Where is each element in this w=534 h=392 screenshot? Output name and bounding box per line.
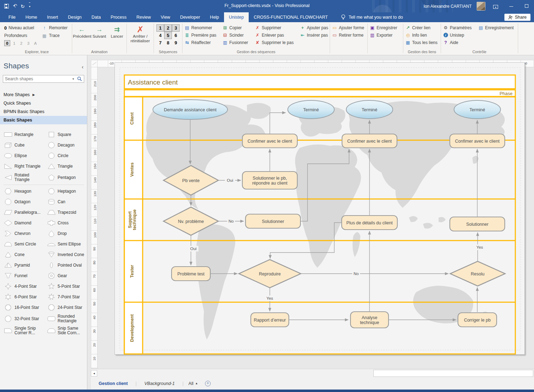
undo-icon[interactable]: ↶⌄ [13, 2, 16, 10]
shape-item-24-point-star[interactable]: 24-Point Star [44, 302, 87, 313]
lane-label-support[interactable]: Support [128, 211, 132, 228]
node-corriger-pb[interactable]: Corriger le pb [458, 313, 497, 327]
shape-item-diamond[interactable]: Diamond [1, 218, 44, 228]
page-tab-vbackground-1[interactable]: VBackground-1 [142, 381, 178, 386]
stencil-bpmn-basic-shapes[interactable]: BPMN Basic Shapes [0, 107, 87, 116]
shape-item-rotated-triangle[interactable]: Rotated Triangle [1, 172, 44, 183]
param-tres-button[interactable]: ⚙Paramètres [441, 24, 477, 31]
shape-item-drop[interactable]: Drop [44, 228, 87, 239]
search-dropdown-icon[interactable]: ▼ [70, 77, 77, 81]
node-confimer-2[interactable]: Confimer avec le client [342, 134, 397, 148]
shape-item-pointed-oval[interactable]: Pointed Oval [44, 260, 87, 270]
user-name[interactable]: Ion Alexandre CARTIANT [423, 4, 472, 9]
depth-1-button[interactable]: 1 [11, 40, 17, 46]
supprimer-button[interactable]: ✗Supprimer [253, 24, 298, 31]
node-confimer-1[interactable]: Confimer avec le client [242, 134, 297, 148]
sequence-7-button[interactable]: 7 [156, 39, 164, 46]
sequence-4-button[interactable]: 4 [156, 32, 164, 39]
undo-dropdown-icon[interactable]: ⌄ [14, 5, 17, 8]
shape-item-rectangle[interactable]: Rectangle [1, 129, 44, 140]
stencil-basic-shapes[interactable]: Basic Shapes [0, 116, 87, 124]
node-probleme-test[interactable]: Problème test [172, 267, 210, 281]
collapse-panel-icon[interactable]: ‹ [82, 64, 83, 70]
tab-process[interactable]: Process [106, 12, 131, 22]
shape-item-rounded-rectangle[interactable]: Rounded Rectangle [44, 313, 87, 325]
tab-contextual-cross-functional-flowchart[interactable]: CROSS-FUNCTIONAL FLOWCHART [249, 12, 333, 22]
trace-button[interactable]: ▦Trace [42, 32, 68, 39]
search-input[interactable] [3, 76, 70, 81]
cr-er-lien-button[interactable]: ↗Créer lien [404, 24, 440, 31]
copier-button[interactable]: ⊞Copier [221, 24, 253, 31]
tab-file[interactable]: File [4, 12, 20, 22]
shape-item-can[interactable]: Can [44, 197, 87, 207]
all-pages-tab[interactable]: All▲ [188, 381, 198, 386]
node-rapport-erreur[interactable]: Rapport d’erreur [251, 313, 289, 327]
sequence-6-button[interactable]: 6 [172, 32, 180, 39]
shape-item-parallelogra[interactable]: Parallelogra... [1, 207, 44, 218]
tab-help[interactable]: Help [205, 12, 224, 22]
ribbon-display-options-icon[interactable]: ▴ [490, 4, 501, 9]
shape-item-pentagon[interactable]: Pentagon [44, 172, 87, 183]
scrollbar-thumb[interactable] [373, 370, 533, 377]
redo-icon[interactable]: ↻ [20, 3, 25, 10]
fusionner-button[interactable]: ▥Fusionner [221, 39, 253, 46]
flowchart-title[interactable]: Assistance client [128, 79, 178, 86]
tellme-box[interactable]: Tell me what you want to do [341, 12, 403, 22]
tab-view[interactable]: View [156, 12, 175, 22]
add-page-icon[interactable]: + [205, 381, 211, 386]
stencil-quick-shapes[interactable]: Quick Shapes [0, 99, 87, 107]
shape-item-circle[interactable]: Circle [44, 150, 87, 161]
shape-item-single-snip-corner-r[interactable]: Single Snip Corner R... [1, 325, 44, 337]
shape-item-snip-same-side-corn[interactable]: Snip Same Side Corn... [44, 325, 87, 337]
ajouter-forme-button[interactable]: ▭Ajouter forme [330, 24, 367, 31]
avatar[interactable] [477, 2, 485, 11]
shape-item-5-point-star[interactable]: 5-Point Star [44, 281, 87, 292]
stencil-more-shapes[interactable]: More Shapes▶ [0, 91, 87, 99]
shape-item-cross[interactable]: Cross [44, 218, 87, 228]
shape-item-semi-circle[interactable]: Semi Circle [1, 239, 44, 249]
depth-0-button[interactable]: 0 [4, 40, 10, 46]
scroll-left-icon[interactable]: ◂ [91, 370, 97, 377]
sequence-9-button[interactable]: 9 [172, 39, 180, 46]
horizontal-scrollbar[interactable]: ◂ [91, 369, 534, 377]
unistep-button[interactable]: iUnistep [441, 31, 477, 39]
sequence-5-button[interactable]: 5 [164, 32, 172, 39]
shape-item-32-point-star[interactable]: 32-Point Star [1, 313, 44, 325]
shape-item-decagon[interactable]: Decagon [44, 140, 87, 150]
lane-label-client[interactable]: Client [130, 112, 135, 125]
shape-item-square[interactable]: Square [44, 129, 87, 140]
shape-item-7-point-star[interactable]: 7-Point Star [44, 292, 87, 302]
search-icon[interactable] [77, 76, 82, 82]
node-demande[interactable]: Demande assistance client [153, 100, 228, 119]
shape-item-heptagon[interactable]: Heptagon [44, 186, 87, 197]
sequence-2-button[interactable]: 2 [164, 24, 172, 32]
shape-item-chevron[interactable]: Chevron [1, 228, 44, 239]
renommer-button[interactable]: ▤Renommer [183, 24, 221, 31]
tab-design[interactable]: Design [63, 12, 87, 22]
node-solutionner-2[interactable]: Solutionner [450, 217, 505, 231]
customize-quick-access-icon[interactable]: ▾ [29, 2, 30, 10]
shape-item-cone[interactable]: Cone [1, 249, 44, 260]
sequence-8-button[interactable]: 8 [164, 39, 172, 46]
arreter-reinitialiser-button[interactable]: ✗Arrêter / réinitialiser [128, 24, 153, 55]
depth-A-button[interactable]: A [32, 40, 38, 46]
enlever-pas-button[interactable]: ✗Enlever pas [253, 31, 298, 39]
shape-item-ellipse[interactable]: Ellipse [1, 150, 44, 161]
phase-label[interactable]: Phase [499, 91, 513, 96]
sequence-3-button[interactable]: 3 [172, 24, 180, 32]
info-lien-button[interactable]: ◎Info lien [404, 31, 440, 39]
node-plus-details[interactable]: Plus de détails du client [342, 216, 397, 230]
node-analyse-technique[interactable]: Analysetechnique [350, 312, 389, 328]
shape-item-octagon[interactable]: Octagon [1, 197, 44, 207]
tab-review[interactable]: Review [131, 12, 156, 22]
shape-item-hexagon[interactable]: Hexagon [1, 186, 44, 197]
node-solutionner-pb[interactable]: Solutionner le pb,répondre au client [242, 172, 297, 189]
shape-item-pyramid[interactable]: Pyramid [1, 260, 44, 270]
node-confimer-3[interactable]: Confimer avec le client [450, 134, 505, 148]
shape-item-semi-ellipse[interactable]: Semi Ellipse [44, 239, 87, 249]
shape-item-right-triangle[interactable]: Right Triangle [1, 161, 44, 172]
ajouter-pas-button[interactable]: +Ajouter pas [298, 24, 329, 31]
retirer-forme-button[interactable]: ▭Retirer forme [330, 31, 367, 39]
connector[interactable] [270, 113, 286, 134]
node-termine-2[interactable]: Terminé [346, 100, 393, 119]
